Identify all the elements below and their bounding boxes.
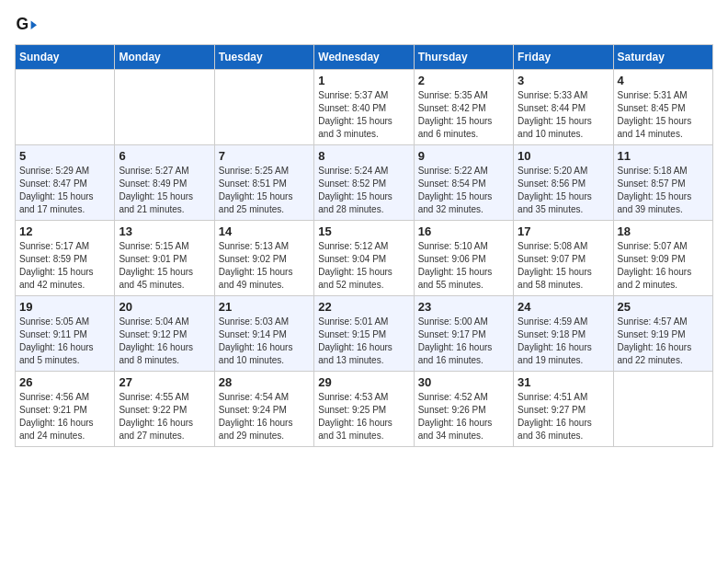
day-number: 28	[219, 375, 310, 389]
day-detail: Sunrise: 5:12 AM Sunset: 9:04 PM Dayligh…	[318, 240, 409, 292]
day-number: 31	[518, 375, 609, 389]
day-number: 9	[418, 149, 509, 163]
day-detail: Sunrise: 4:54 AM Sunset: 9:24 PM Dayligh…	[219, 391, 310, 442]
calendar-cell: 2Sunrise: 5:35 AM Sunset: 8:42 PM Daylig…	[414, 70, 513, 145]
day-detail: Sunrise: 5:13 AM Sunset: 9:02 PM Dayligh…	[219, 240, 310, 292]
day-header-saturday: Saturday	[613, 45, 712, 70]
day-header-monday: Monday	[115, 45, 214, 70]
calendar-cell: 6Sunrise: 5:27 AM Sunset: 8:49 PM Daylig…	[115, 145, 214, 221]
day-detail: Sunrise: 5:35 AM Sunset: 8:42 PM Dayligh…	[418, 89, 509, 141]
calendar-cell: 12Sunrise: 5:17 AM Sunset: 8:59 PM Dayli…	[16, 221, 115, 296]
day-number: 7	[219, 149, 310, 163]
calendar-week-row: 12Sunrise: 5:17 AM Sunset: 8:59 PM Dayli…	[16, 221, 713, 296]
calendar-cell: 26Sunrise: 4:56 AM Sunset: 9:21 PM Dayli…	[16, 372, 115, 447]
calendar-week-row: 5Sunrise: 5:29 AM Sunset: 8:47 PM Daylig…	[16, 145, 713, 221]
calendar-cell: 10Sunrise: 5:20 AM Sunset: 8:56 PM Dayli…	[514, 145, 613, 221]
day-number: 5	[19, 149, 110, 163]
day-detail: Sunrise: 4:57 AM Sunset: 9:19 PM Dayligh…	[618, 316, 709, 367]
day-number: 2	[418, 74, 509, 87]
calendar-cell: 21Sunrise: 5:03 AM Sunset: 9:14 PM Dayli…	[214, 296, 313, 372]
day-header-thursday: Thursday	[414, 45, 513, 70]
calendar-cell	[115, 70, 214, 145]
day-detail: Sunrise: 4:56 AM Sunset: 9:21 PM Dayligh…	[19, 391, 110, 442]
day-number: 21	[219, 300, 310, 314]
day-detail: Sunrise: 5:29 AM Sunset: 8:47 PM Dayligh…	[19, 165, 110, 216]
calendar-cell: 28Sunrise: 4:54 AM Sunset: 9:24 PM Dayli…	[214, 372, 313, 447]
day-detail: Sunrise: 5:18 AM Sunset: 8:57 PM Dayligh…	[618, 165, 709, 216]
calendar-cell: 9Sunrise: 5:22 AM Sunset: 8:54 PM Daylig…	[414, 145, 513, 221]
day-number: 13	[119, 224, 210, 238]
day-number: 25	[618, 300, 709, 314]
day-number: 3	[518, 74, 609, 87]
day-detail: Sunrise: 5:01 AM Sunset: 9:15 PM Dayligh…	[318, 316, 409, 367]
calendar-cell: 1Sunrise: 5:37 AM Sunset: 8:40 PM Daylig…	[314, 70, 414, 145]
day-header-tuesday: Tuesday	[214, 45, 313, 70]
logo-icon: G	[15, 15, 37, 37]
day-number: 1	[318, 74, 409, 87]
calendar-cell: 16Sunrise: 5:10 AM Sunset: 9:06 PM Dayli…	[414, 221, 513, 296]
calendar-header-row: SundayMondayTuesdayWednesdayThursdayFrid…	[16, 45, 713, 70]
day-detail: Sunrise: 5:04 AM Sunset: 9:12 PM Dayligh…	[119, 316, 210, 367]
day-number: 29	[318, 375, 409, 389]
day-header-sunday: Sunday	[16, 45, 115, 70]
day-detail: Sunrise: 4:51 AM Sunset: 9:27 PM Dayligh…	[518, 391, 609, 442]
day-number: 15	[318, 224, 409, 238]
calendar-table: SundayMondayTuesdayWednesdayThursdayFrid…	[15, 44, 713, 447]
svg-text:G: G	[17, 15, 29, 33]
calendar-cell	[214, 70, 313, 145]
day-detail: Sunrise: 5:15 AM Sunset: 9:01 PM Dayligh…	[119, 240, 210, 292]
day-detail: Sunrise: 4:53 AM Sunset: 9:25 PM Dayligh…	[318, 391, 409, 442]
day-header-friday: Friday	[514, 45, 613, 70]
header: G	[15, 15, 713, 37]
calendar-cell: 4Sunrise: 5:31 AM Sunset: 8:45 PM Daylig…	[613, 70, 712, 145]
calendar-cell: 8Sunrise: 5:24 AM Sunset: 8:52 PM Daylig…	[314, 145, 414, 221]
day-detail: Sunrise: 5:10 AM Sunset: 9:06 PM Dayligh…	[418, 240, 509, 292]
day-detail: Sunrise: 5:27 AM Sunset: 8:49 PM Dayligh…	[119, 165, 210, 216]
day-number: 8	[318, 149, 409, 163]
calendar-cell: 22Sunrise: 5:01 AM Sunset: 9:15 PM Dayli…	[314, 296, 414, 372]
day-number: 26	[19, 375, 110, 389]
calendar-cell: 15Sunrise: 5:12 AM Sunset: 9:04 PM Dayli…	[314, 221, 414, 296]
day-number: 27	[119, 375, 210, 389]
calendar-cell: 14Sunrise: 5:13 AM Sunset: 9:02 PM Dayli…	[214, 221, 313, 296]
calendar-cell: 27Sunrise: 4:55 AM Sunset: 9:22 PM Dayli…	[115, 372, 214, 447]
day-number: 11	[618, 149, 709, 163]
calendar-cell: 30Sunrise: 4:52 AM Sunset: 9:26 PM Dayli…	[414, 372, 513, 447]
calendar-cell: 13Sunrise: 5:15 AM Sunset: 9:01 PM Dayli…	[115, 221, 214, 296]
calendar-cell: 23Sunrise: 5:00 AM Sunset: 9:17 PM Dayli…	[414, 296, 513, 372]
day-detail: Sunrise: 5:37 AM Sunset: 8:40 PM Dayligh…	[318, 89, 409, 141]
calendar-week-row: 19Sunrise: 5:05 AM Sunset: 9:11 PM Dayli…	[16, 296, 713, 372]
day-number: 16	[418, 224, 509, 238]
logo: G	[15, 15, 40, 37]
calendar-cell: 11Sunrise: 5:18 AM Sunset: 8:57 PM Dayli…	[613, 145, 712, 221]
day-detail: Sunrise: 5:22 AM Sunset: 8:54 PM Dayligh…	[418, 165, 509, 216]
calendar-cell: 19Sunrise: 5:05 AM Sunset: 9:11 PM Dayli…	[16, 296, 115, 372]
day-detail: Sunrise: 5:25 AM Sunset: 8:51 PM Dayligh…	[219, 165, 310, 216]
day-detail: Sunrise: 5:33 AM Sunset: 8:44 PM Dayligh…	[518, 89, 609, 141]
day-detail: Sunrise: 5:17 AM Sunset: 8:59 PM Dayligh…	[19, 240, 110, 292]
day-detail: Sunrise: 5:05 AM Sunset: 9:11 PM Dayligh…	[19, 316, 110, 367]
calendar-cell: 17Sunrise: 5:08 AM Sunset: 9:07 PM Dayli…	[514, 221, 613, 296]
calendar-cell: 29Sunrise: 4:53 AM Sunset: 9:25 PM Dayli…	[314, 372, 414, 447]
day-detail: Sunrise: 5:07 AM Sunset: 9:09 PM Dayligh…	[618, 240, 709, 292]
day-number: 19	[19, 300, 110, 314]
day-number: 17	[518, 224, 609, 238]
calendar-cell	[16, 70, 115, 145]
day-number: 20	[119, 300, 210, 314]
day-number: 24	[518, 300, 609, 314]
day-number: 23	[418, 300, 509, 314]
day-detail: Sunrise: 5:24 AM Sunset: 8:52 PM Dayligh…	[318, 165, 409, 216]
day-number: 12	[19, 224, 110, 238]
calendar-week-row: 1Sunrise: 5:37 AM Sunset: 8:40 PM Daylig…	[16, 70, 713, 145]
day-number: 22	[318, 300, 409, 314]
calendar-cell: 24Sunrise: 4:59 AM Sunset: 9:18 PM Dayli…	[514, 296, 613, 372]
day-detail: Sunrise: 4:55 AM Sunset: 9:22 PM Dayligh…	[119, 391, 210, 442]
day-detail: Sunrise: 4:52 AM Sunset: 9:26 PM Dayligh…	[418, 391, 509, 442]
day-detail: Sunrise: 5:00 AM Sunset: 9:17 PM Dayligh…	[418, 316, 509, 367]
calendar-cell: 5Sunrise: 5:29 AM Sunset: 8:47 PM Daylig…	[16, 145, 115, 221]
day-number: 6	[119, 149, 210, 163]
day-detail: Sunrise: 5:31 AM Sunset: 8:45 PM Dayligh…	[618, 89, 709, 141]
day-number: 14	[219, 224, 310, 238]
day-detail: Sunrise: 5:08 AM Sunset: 9:07 PM Dayligh…	[518, 240, 609, 292]
calendar-body: 1Sunrise: 5:37 AM Sunset: 8:40 PM Daylig…	[16, 70, 713, 447]
